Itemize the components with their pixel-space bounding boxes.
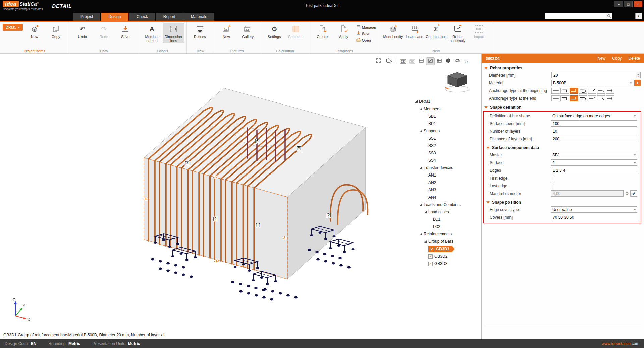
- tree-item-an3[interactable]: AN3: [413, 186, 479, 194]
- template-save-button[interactable]: Save: [356, 31, 376, 36]
- orbit-button[interactable]: ▾: [383, 58, 395, 65]
- tree-item-an2[interactable]: AN2: [413, 179, 479, 186]
- expander-icon[interactable]: [419, 107, 423, 111]
- rebar-assembly-button[interactable]: Rebar assembly: [447, 23, 468, 43]
- anchorage-head-button[interactable]: [606, 88, 614, 94]
- anchorage-hook-up-button[interactable]: [570, 95, 578, 101]
- tree-item-bp1[interactable]: BP1: [413, 120, 479, 127]
- view-2d-button[interactable]: 2D: [399, 58, 407, 65]
- panel-splitter[interactable]: [484, 326, 641, 326]
- 3d-viewport[interactable]: [1] [2] [3] [4] [5] [6] -1- -2- -3- -4- …: [0, 54, 481, 339]
- last-edge-checkbox[interactable]: [551, 184, 555, 188]
- tree-item-gb3d3[interactable]: ✓GB3D3: [413, 260, 479, 267]
- anchorage-bend-up-button[interactable]: [588, 88, 596, 94]
- edit-mandrel-button[interactable]: [630, 190, 637, 197]
- tree-item-load-cases[interactable]: Load cases: [413, 208, 479, 216]
- section-shape-position[interactable]: Shape position: [484, 197, 641, 206]
- dimension-lines-button[interactable]: Dimension lines: [163, 23, 184, 43]
- settings-button[interactable]: ⚙ Settings: [264, 23, 285, 39]
- tree-item-loads[interactable]: Loads and Combin...: [413, 201, 479, 208]
- template-open-button[interactable]: Open: [356, 38, 376, 43]
- member-names-button[interactable]: A Member names: [142, 23, 162, 43]
- copy-project-item-button[interactable]: Copy: [46, 23, 66, 39]
- tab-report[interactable]: Report: [156, 13, 183, 21]
- tab-check[interactable]: Check: [129, 13, 155, 21]
- tree-item-members[interactable]: Members: [413, 105, 479, 113]
- tab-design[interactable]: Design: [101, 13, 128, 21]
- tree-item-ss1[interactable]: SS1: [413, 135, 479, 142]
- prop-copy-button[interactable]: Copy: [612, 56, 622, 61]
- tree-item-group-of-bars[interactable]: Group of Bars: [413, 238, 479, 245]
- combination-button[interactable]: Σ+ Combination: [426, 23, 446, 39]
- section-shape-definition[interactable]: Shape definition: [482, 102, 644, 111]
- tree-item-ss3[interactable]: SS3: [413, 149, 479, 157]
- tree-item-reinforcements[interactable]: Reinforcements: [413, 230, 479, 238]
- close-button[interactable]: ×: [634, 1, 642, 7]
- anchorage-bend-down-button[interactable]: [597, 95, 605, 101]
- number-of-layers-input[interactable]: [551, 128, 637, 134]
- view-mode-c-button[interactable]: [435, 58, 443, 65]
- create-template-button[interactable]: Create: [312, 23, 333, 39]
- surface-select[interactable]: 4▾: [551, 159, 637, 166]
- undo-button[interactable]: ↶ Undo: [72, 23, 93, 39]
- edges-input[interactable]: [551, 167, 637, 173]
- tree-item-supports[interactable]: Supports: [413, 127, 479, 135]
- anchorage-u-hook-button[interactable]: [579, 88, 587, 94]
- anchorage-hook-down-button[interactable]: [560, 88, 569, 94]
- fit-view-button[interactable]: [374, 58, 382, 65]
- expander-icon[interactable]: [419, 203, 423, 207]
- anchorage-head-button[interactable]: [606, 95, 614, 101]
- prop-delete-button[interactable]: Delete: [628, 56, 640, 61]
- template-manager-button[interactable]: Manager: [356, 25, 376, 30]
- tree-item-lc2[interactable]: LC2: [413, 223, 479, 230]
- checkbox-checked[interactable]: ✓: [428, 262, 433, 266]
- anchorage-hook-up-button[interactable]: [570, 88, 578, 94]
- anchorage-straight-button[interactable]: [551, 95, 560, 101]
- expander-icon[interactable]: [414, 99, 418, 103]
- view-mode-b-button[interactable]: [426, 58, 434, 65]
- checkbox-checked[interactable]: ✓: [430, 247, 434, 251]
- tree-item-ss4[interactable]: SS4: [413, 157, 479, 164]
- tree-item-sb1[interactable]: SB1: [413, 113, 479, 120]
- transparency-button[interactable]: [453, 58, 462, 65]
- tree-item-lc1[interactable]: LC1: [413, 216, 479, 223]
- anchorage-straight-button[interactable]: [551, 88, 560, 94]
- new-project-item-button[interactable]: New: [24, 23, 45, 39]
- section-surface-component[interactable]: Surface component data: [484, 143, 641, 151]
- picture-new-button[interactable]: New: [216, 23, 237, 39]
- anchorage-u-hook-button[interactable]: [579, 95, 587, 101]
- maximize-button[interactable]: □: [624, 1, 633, 7]
- navigation-cube[interactable]: [442, 70, 472, 96]
- diameter-input[interactable]: [551, 72, 636, 78]
- rebars-button[interactable]: Rebars: [190, 23, 210, 39]
- surface-cover-input[interactable]: [551, 120, 637, 127]
- bar-shape-select[interactable]: On surface edge on more edges▾: [551, 113, 637, 119]
- website-link[interactable]: www.ideastatica.com: [602, 341, 639, 346]
- expander-icon[interactable]: [419, 129, 423, 133]
- prop-new-button[interactable]: New: [597, 56, 605, 61]
- minimize-button[interactable]: −: [614, 1, 623, 7]
- view-mode-a-button[interactable]: [417, 58, 425, 65]
- tab-materials[interactable]: Materials: [183, 13, 215, 21]
- tab-project[interactable]: Project: [73, 13, 100, 21]
- tree-item-ss2[interactable]: SS2: [413, 142, 479, 149]
- home-view-button[interactable]: ⌂: [463, 58, 471, 65]
- model-entity-button[interactable]: Model entity: [383, 23, 404, 39]
- info-button[interactable]: i: [635, 13, 642, 19]
- checkbox-checked[interactable]: ✓: [428, 254, 433, 259]
- solid-view-button[interactable]: [444, 58, 452, 65]
- edge-cover-type-select[interactable]: User value▾: [551, 206, 637, 213]
- first-edge-checkbox[interactable]: [551, 176, 555, 180]
- tree-item-transfer-devices[interactable]: Transfer devices: [413, 164, 479, 171]
- covers-input[interactable]: [551, 214, 637, 220]
- tree-item-an1[interactable]: AN1: [413, 171, 479, 179]
- distance-of-layers-input[interactable]: [551, 136, 637, 142]
- anchorage-bend-up-button[interactable]: [588, 95, 596, 101]
- selected-tree-item[interactable]: ✓ GB3D1: [428, 246, 455, 252]
- save-button[interactable]: Save: [115, 23, 136, 39]
- material-select[interactable]: B 500B▾: [551, 80, 633, 86]
- number-stepper[interactable]: ▲▼: [636, 72, 641, 78]
- view-3d-button[interactable]: 3D: [408, 58, 416, 65]
- tree-item-gb3d2[interactable]: ✓GB3D2: [413, 253, 479, 260]
- master-select[interactable]: SB1▾: [551, 152, 637, 158]
